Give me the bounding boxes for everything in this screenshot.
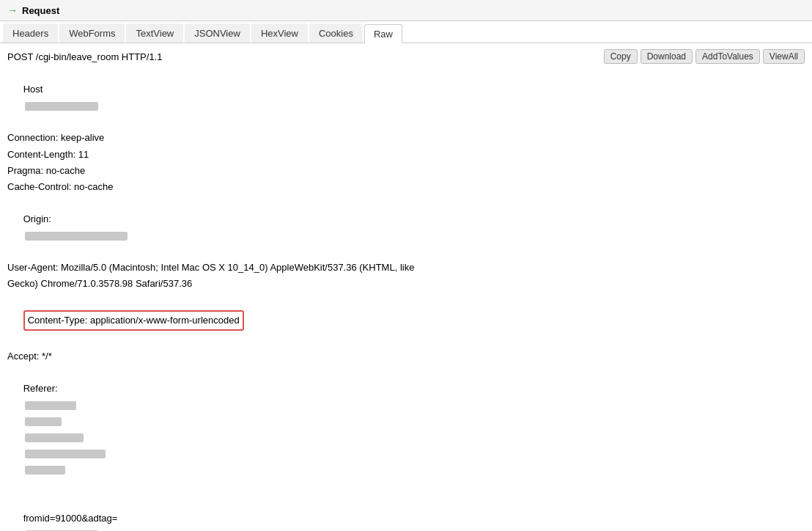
download-button[interactable]: Download	[641, 49, 693, 64]
accept-line: Accept: */*	[7, 348, 805, 365]
referer-redacted4	[25, 450, 106, 458]
tab-headers[interactable]: Headers	[3, 23, 58, 43]
request-title: Request	[22, 5, 59, 16]
raw-content: POST /cgi-bin/leave_room HTTP/1.1 Host C…	[7, 49, 805, 531]
connection-line: Connection: keep-alive	[7, 130, 805, 146]
referer-line: Referer:	[7, 365, 805, 494]
origin-line: Origin:	[7, 195, 805, 260]
pragma-line: Pragma: no-cache	[7, 163, 805, 179]
referer-redacted2	[25, 417, 62, 426]
origin-redacted	[25, 232, 128, 241]
tab-cookies[interactable]: Cookies	[309, 23, 363, 43]
tab-jsonview[interactable]: JSONView	[185, 23, 250, 43]
content-area: Copy Download AddToValues ViewAll POST /…	[0, 43, 812, 531]
content-length-line: Content-Length: 11	[7, 147, 805, 163]
toolbar-buttons: Copy Download AddToValues ViewAll	[604, 49, 805, 64]
fromid-line: fromid=91000&adtag= &ADTAG=	[7, 494, 805, 531]
host-line: Host	[7, 65, 805, 130]
content-type-highlighted: Content-Type: application/x-www-form-url…	[23, 310, 244, 331]
tab-raw[interactable]: Raw	[364, 24, 402, 43]
tab-webforms[interactable]: WebForms	[59, 23, 125, 43]
tabs-bar: Headers WebForms TextView JSONView HexVi…	[0, 21, 812, 43]
cache-control-line: Cache-Control: no-cache	[7, 179, 805, 195]
content-type-line: Content-Type: application/x-www-form-url…	[7, 292, 805, 348]
user-agent-line1: User-Agent: Mozilla/5.0 (Macintosh; Inte…	[7, 260, 805, 276]
referer-redacted1	[25, 401, 76, 410]
addtovalues-button[interactable]: AddToValues	[695, 49, 760, 64]
tab-textview[interactable]: TextView	[126, 23, 183, 43]
arrow-icon: →	[7, 4, 18, 16]
tab-hexview[interactable]: HexView	[251, 23, 308, 43]
user-agent-line2: Gecko) Chrome/71.0.3578.98 Safari/537.36	[7, 276, 805, 292]
copy-button[interactable]: Copy	[604, 49, 638, 64]
request-section-header: → Request	[0, 0, 812, 21]
host-redacted	[25, 102, 98, 111]
referer-redacted5	[25, 466, 65, 475]
referer-redacted3	[25, 433, 84, 442]
viewall-button[interactable]: ViewAll	[763, 49, 805, 64]
